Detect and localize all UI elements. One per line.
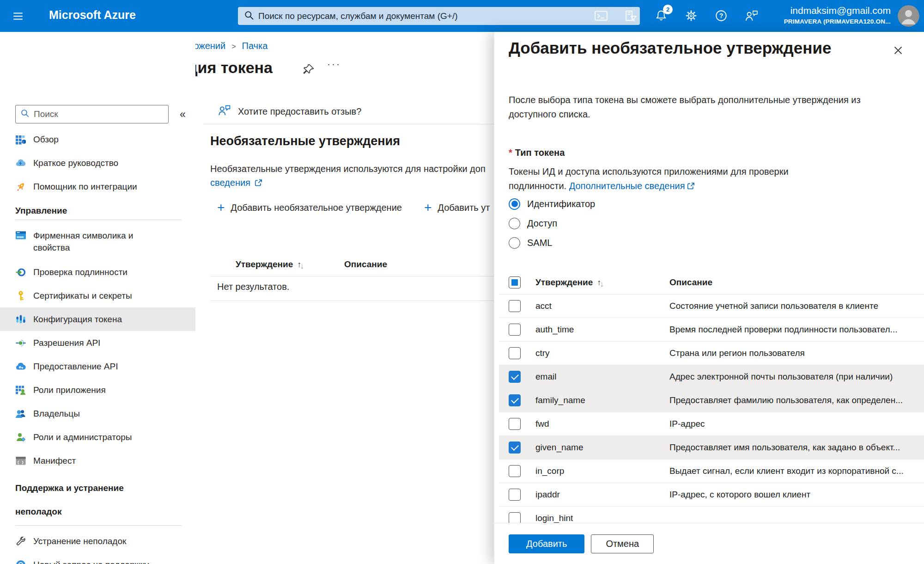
claim-row-family-name[interactable]: family_name Предоставляет фамилию пользо… [499,389,924,412]
select-all-checkbox[interactable] [509,276,521,288]
claim-name: ctry [535,348,669,358]
settings-gear-icon[interactable] [683,6,699,25]
external-link-icon [255,179,262,187]
sidebar-item-troubleshooting[interactable]: Устранение неполадок [0,529,195,553]
collapse-sidebar-icon[interactable]: « [180,108,186,121]
column-claim[interactable]: Утверждение↑↓ [535,277,669,288]
claim-name: family_name [535,395,669,405]
account-info[interactable]: indmaksim@gmail.com PRIMAVERA (PRIMAVERA… [784,5,891,25]
sidebar-item-branding[interactable]: www Фирменная символика и свойства [0,225,195,260]
global-search[interactable] [238,7,640,25]
claim-description: Состояние учетной записи пользователя в … [669,301,924,311]
token-type-radios: Идентификатор Доступ SAML [509,194,595,252]
sidebar-item-label: Новый запрос на поддержку [33,560,149,564]
learn-more-link[interactable]: Дополнительные сведения [569,181,695,191]
main-table-header-claim[interactable]: Утверждение↑↓ [236,259,304,270]
overview-grid-icon [15,134,26,145]
claim-row-auth-time[interactable]: auth_time Время последней проверки подли… [499,318,924,342]
radio-label: SAML [527,238,552,248]
radio-id-token[interactable]: Идентификатор [509,194,595,214]
claim-description: Время последней проверки подлинности пол… [669,325,924,335]
sidebar-item-api-permissions[interactable]: Разрешения API [0,331,195,355]
search-icon [20,109,30,120]
sidebar-item-label: Краткое руководство [33,158,118,168]
sidebar-item-manifest[interactable]: { } Манифест [0,449,195,472]
sidebar-item-owners[interactable]: Владельцы [0,402,195,425]
azure-portal: Microsoft Azure 2 ? [0,0,924,564]
sidebar-search-input[interactable] [34,109,164,119]
sort-desc-icon: ↓ [600,279,604,288]
claim-description: Предоставляет фамилию пользователя, как … [669,395,924,405]
feedback-icon[interactable] [743,6,760,25]
roles-administrators-icon [15,432,26,443]
topbar: Microsoft Azure 2 ? [0,0,924,32]
add-optional-claim-button[interactable]: + Добавить необязательное утверждение [217,198,402,217]
svg-text:{ }: { } [17,460,24,464]
sidebar-item-quickstart[interactable]: Краткое руководство [0,151,195,175]
claim-name: given_name [535,442,669,453]
sidebar-item-new-support-request[interactable]: Новый запрос на поддержку [0,553,195,564]
sidebar-item-token-configuration[interactable]: Конфигурация токена [0,307,195,331]
cancel-button[interactable]: Отмена [591,534,654,553]
sidebar-item-label: Владельцы [33,409,80,419]
sidebar-item-label: Манифест [33,456,76,466]
divider [203,124,527,124]
close-icon[interactable] [893,45,906,58]
azure-brand[interactable]: Microsoft Azure [49,8,136,22]
claim-name: auth_time [535,325,669,335]
global-search-input[interactable] [258,11,634,21]
checkbox[interactable] [509,418,521,430]
cloud-shell-icon[interactable] [593,6,609,25]
claim-row-acct[interactable]: acct Состояние учетной записи пользовате… [499,294,924,318]
plus-icon: + [424,201,432,214]
sidebar-search[interactable] [15,105,169,123]
directory-filter-icon[interactable] [623,6,639,25]
radio-saml-token[interactable]: SAML [509,233,595,252]
add-button[interactable]: Добавить [509,534,584,553]
notifications-bell-icon[interactable]: 2 [653,6,669,25]
sidebar-item-app-roles[interactable]: Роли приложения [0,378,195,402]
branding-icon: www [15,230,26,241]
sort-desc-icon: ↓ [300,261,304,270]
required-asterisk: * [509,147,512,158]
checkbox[interactable] [509,324,521,336]
sidebar-item-expose-api[interactable]: Предоставление API [0,355,195,378]
panel-footer: Добавить Отмена [494,523,924,564]
details-link[interactable]: сведения [210,178,262,188]
claim-row-in-corp[interactable]: in_corp Выдает сигнал, если клиент входи… [499,460,924,483]
sidebar: « Обзор Краткое руководство Помощник по … [0,32,195,564]
checkbox-checked[interactable] [509,371,521,383]
sidebar-item-certificates-secrets[interactable]: Сертификаты и секреты [0,284,195,307]
checkbox-checked[interactable] [509,394,521,406]
claim-name: in_corp [535,466,669,476]
checkbox-checked[interactable] [509,441,521,454]
checkbox[interactable] [509,300,521,312]
avatar[interactable] [898,5,919,27]
feedback-link[interactable]: Хотите предоставить отзыв? [217,104,361,119]
checkbox[interactable] [509,347,521,359]
claim-row-email[interactable]: email Адрес электронной почты пользовате… [499,365,924,389]
checkbox[interactable] [509,465,521,477]
checkbox[interactable] [509,489,521,501]
radio-access-token[interactable]: Доступ [509,214,595,233]
key-icon [15,290,26,301]
column-description: Описание [669,277,924,288]
claim-row-ctry[interactable]: ctry Страна или регион пользователя [499,342,924,365]
svg-text:www: www [16,235,24,239]
hamburger-menu-icon[interactable] [10,8,26,24]
main-table-header-description: Описание [344,259,387,270]
help-icon[interactable]: ? [713,6,729,25]
add-optional-claim-label: Добавить необязательное утверждение [231,202,402,213]
sidebar-item-roles-administrators[interactable]: Роли и администраторы [0,425,195,449]
column-label: Утверждение [236,259,293,269]
claim-row-fwd[interactable]: fwd IP-адрес [499,412,924,436]
optional-claims-heading: Необязательные утверждения [210,134,400,148]
sidebar-item-integration-assistant[interactable]: Помощник по интеграции [0,175,195,198]
sidebar-item-authentication[interactable]: Проверка подлинности [0,260,195,284]
claim-row-given-name[interactable]: given_name Предоставляет имя пользовател… [499,436,924,460]
user-tenant: PRIMAVERA (PRIMAVERA120.ON... [784,18,891,25]
sidebar-item-overview[interactable]: Обзор [0,128,195,151]
add-groups-claim-button[interactable]: + Добавить ут [424,198,490,217]
claim-description: Страна или регион пользователя [669,348,924,358]
claim-row-ipaddr[interactable]: ipaddr IP-адрес, с которого вошел клиент [499,483,924,507]
